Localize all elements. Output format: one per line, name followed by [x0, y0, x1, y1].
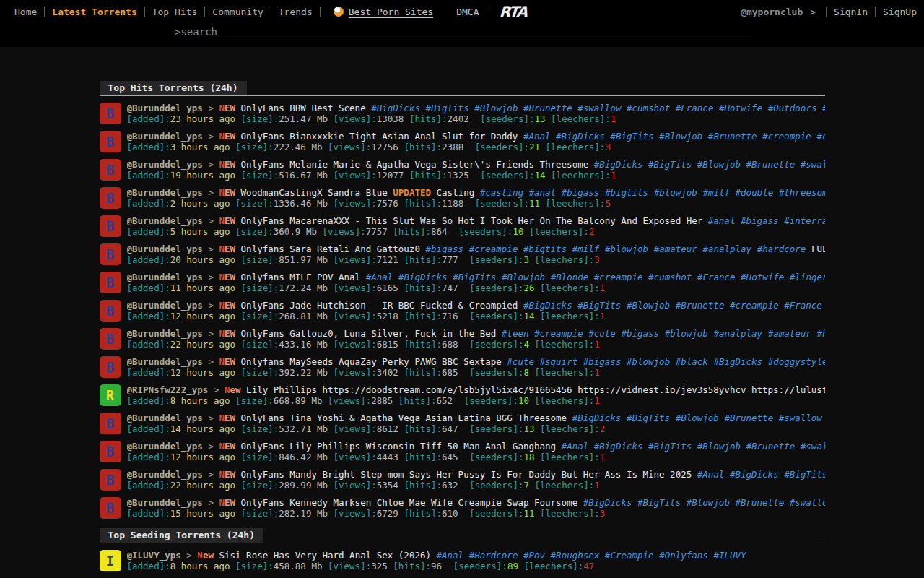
tag-link[interactable]: #creampie [469, 243, 518, 254]
tag-link[interactable]: #bigtits [523, 243, 567, 254]
torrent-title-link[interactable]: Casting [437, 187, 475, 198]
tag-link[interactable]: #creampie [762, 131, 811, 142]
tag-link[interactable]: #BigTits [610, 131, 653, 142]
tag-link[interactable]: #Brunette [523, 103, 572, 113]
tag-link[interactable]: #milf [702, 187, 730, 198]
uploader-avatar[interactable]: B [100, 300, 121, 322]
tag-link[interactable]: #Pov [523, 550, 545, 561]
tag-link[interactable]: #BigDicks [594, 159, 643, 170]
tag-link[interactable]: #milf [572, 243, 600, 254]
tag-link[interactable]: #swall… [801, 441, 825, 452]
tag-link[interactable]: #creampie [534, 328, 583, 339]
torrent-title-link[interactable]: Onlyfans MILF POV Anal [241, 272, 361, 282]
tag-link[interactable]: #hardcore [757, 243, 806, 254]
tag-link[interactable]: #BigDicks [371, 103, 420, 113]
tag-link[interactable]: #Hotwife [741, 272, 784, 282]
torrent-title-link[interactable]: OnlyFans BBW Best Scene [241, 103, 366, 113]
uploader-link[interactable]: @ILUVY_yps [127, 550, 181, 561]
uploader-avatar[interactable]: B [100, 187, 121, 209]
uploader-avatar[interactable]: R [100, 384, 121, 406]
tag-link[interactable]: #Brunette [708, 131, 757, 142]
tag-link[interactable]: #Blowjob [697, 159, 741, 170]
tag-link[interactable]: #cute [588, 328, 616, 339]
tag-link[interactable]: #blowjob [665, 328, 708, 339]
tag-link[interactable]: #BigDicks [713, 356, 762, 367]
tag-link[interactable]: #lingeri… [790, 272, 825, 282]
tag-link[interactable]: #swallow [578, 103, 621, 113]
tag-link[interactable]: #Onlyfans [659, 550, 708, 561]
nav-item-latest-torrents[interactable]: Latest Torrents [45, 7, 144, 17]
tag-link[interactable]: #Brunette [735, 497, 784, 508]
uploader-avatar[interactable]: B [100, 469, 121, 491]
tag-link[interactable]: #analplay [702, 243, 751, 254]
uploader-link[interactable]: @Burunddel_yps [127, 300, 203, 311]
tag-link[interactable]: #amateur [768, 328, 811, 339]
tag-link[interactable]: #bigass [562, 187, 600, 198]
uploader-link[interactable]: @Burunddel_yps [127, 413, 203, 423]
tag-link[interactable]: #Blowjob [502, 272, 545, 282]
signup-link[interactable]: SignUp [883, 7, 917, 17]
tag-link[interactable]: #BigDicks [572, 413, 622, 423]
uploader-avatar[interactable]: B [100, 243, 121, 265]
uploader-link[interactable]: @Burunddel_yps [127, 187, 203, 198]
tag-link[interactable]: #Blonde [551, 272, 589, 282]
torrent-title-link[interactable]: Lily Phillips https://doodstream.com/e/l… [246, 384, 824, 395]
uploader-avatar[interactable]: B [100, 103, 121, 124]
uploader-link[interactable]: @Burunddel_yps [127, 497, 203, 508]
tag-link[interactable]: #bigtits [605, 187, 648, 198]
tag-link[interactable]: #Roughsex [551, 550, 600, 561]
torrent-title-link[interactable]: OnlyFans Bianxxxkie Tight Asian Anal Slu… [241, 131, 518, 142]
tag-link[interactable]: #BigTits [648, 441, 692, 452]
tag-link[interactable]: #amateur [654, 243, 697, 254]
tag-link[interactable]: #bigass [583, 356, 622, 367]
tag-link[interactable]: #blowjob [605, 243, 648, 254]
tag-link[interactable]: #BigTits [637, 497, 681, 508]
uploader-avatar[interactable]: B [100, 215, 121, 237]
tag-link[interactable]: #Hotwife [719, 103, 762, 113]
tag-link[interactable]: #cumshot [627, 103, 670, 113]
torrent-title-link[interactable]: Onlyfans Sara Retali And Gattouz0 [241, 243, 420, 254]
uploader-avatar[interactable]: B [100, 441, 121, 462]
tag-link[interactable]: #teen [502, 328, 529, 339]
tag-link[interactable]: #Creampie [605, 550, 654, 561]
uploader-avatar[interactable]: I [100, 550, 121, 571]
tag-link[interactable]: #BigTits [453, 272, 496, 282]
tag-link[interactable]: #BigDicks [523, 300, 572, 311]
tag-link[interactable]: #BigTits [578, 300, 621, 311]
torrent-title-link[interactable]: OnlyFans MacarenaXXX - This Slut Was So … [241, 215, 703, 226]
tag-link[interactable]: #BigDicks [730, 469, 779, 480]
uploader-avatar[interactable]: B [100, 131, 121, 152]
tag-link[interactable]: #swallow [779, 413, 822, 423]
tag-link[interactable]: #BigTits [784, 469, 824, 480]
tag-link[interactable]: #Brunette [724, 413, 773, 423]
tag-link[interactable]: #analplay [713, 328, 762, 339]
tag-link[interactable]: #bigass [741, 215, 779, 226]
uploader-avatar[interactable]: B [100, 328, 121, 350]
uploader-link[interactable]: @Burunddel_yps [127, 243, 203, 254]
tag-link[interactable]: #Anal [697, 469, 725, 480]
signin-link[interactable]: SignIn [834, 7, 868, 17]
tag-link[interactable]: #anal [708, 215, 736, 226]
nav-item-top-hits[interactable]: Top Hits [145, 7, 205, 17]
tag-link[interactable]: #BigTits [648, 159, 692, 170]
best-porn-sites-link[interactable]: Best Porn Sites [334, 7, 433, 17]
tag-link[interactable]: #Brunette [676, 300, 725, 311]
tag-link[interactable]: #bigass [425, 243, 463, 254]
uploader-avatar[interactable]: B [100, 356, 121, 378]
tag-link[interactable]: #A… [822, 103, 825, 113]
nav-item-home[interactable]: Home [7, 7, 44, 17]
tag-link[interactable]: #swall… [801, 159, 825, 170]
tag-link[interactable]: #Brunette [746, 159, 796, 170]
tag-link[interactable]: #France [784, 300, 822, 311]
tag-link[interactable]: #Blowjob [697, 441, 741, 452]
tag-link[interactable]: #Brunette [746, 441, 796, 452]
tag-link[interactable]: #black [676, 356, 708, 367]
uploader-avatar[interactable]: B [100, 413, 121, 434]
tag-link[interactable]: #casting [480, 187, 523, 198]
uploader-avatar[interactable]: B [100, 159, 121, 181]
tag-link[interactable]: #Anal [523, 131, 551, 142]
tag-link[interactable]: #ha… [816, 328, 824, 339]
tag-link[interactable]: #double [736, 187, 774, 198]
tag-link[interactable]: #BigDicks [556, 131, 605, 142]
tag-link[interactable]: #ILUVY [713, 550, 746, 561]
